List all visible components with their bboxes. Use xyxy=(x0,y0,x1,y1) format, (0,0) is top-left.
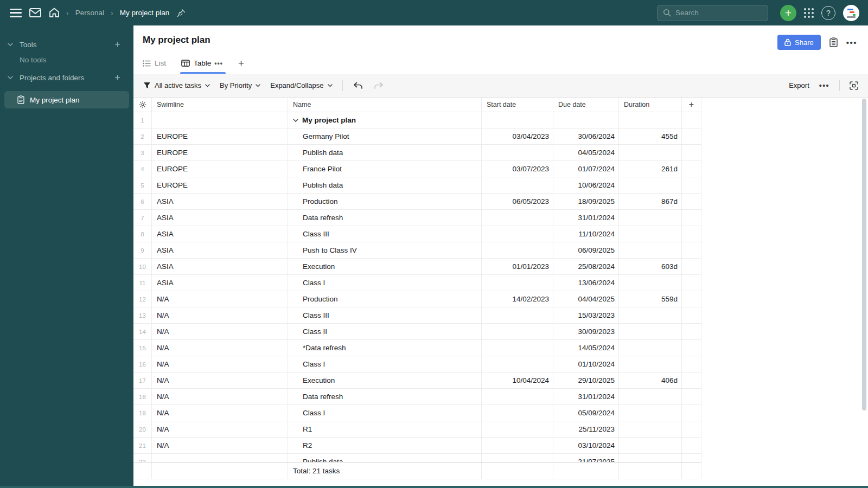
column-settings-gear-icon[interactable] xyxy=(133,98,152,112)
cell-start-date[interactable] xyxy=(482,324,553,339)
cell-start-date[interactable] xyxy=(482,145,553,160)
table-row[interactable]: 22 Publish data 21/07/2025 xyxy=(133,454,701,462)
cell-due-date[interactable]: 29/10/2025 xyxy=(553,373,619,388)
cell-duration[interactable]: 406d xyxy=(619,373,682,388)
cell-name[interactable]: Data refresh xyxy=(288,210,482,226)
cell-duration[interactable] xyxy=(619,454,682,462)
cell-start-date[interactable] xyxy=(482,405,553,421)
table-row[interactable]: 18 N/A Data refresh 31/01/2024 xyxy=(133,389,701,405)
cell-duration[interactable]: 867d xyxy=(619,194,682,209)
cell-name[interactable]: Germany Pilot xyxy=(288,129,482,144)
cell-swimline[interactable]: N/A xyxy=(152,340,288,356)
cell-name[interactable]: Class I xyxy=(288,356,482,372)
cell-start-date[interactable] xyxy=(482,307,553,323)
cell-duration[interactable] xyxy=(619,438,682,453)
cell-due-date[interactable]: 10/06/2024 xyxy=(553,177,619,193)
cell-name[interactable]: Class I xyxy=(288,405,482,421)
table-row[interactable]: 13 N/A Class III 15/03/2023 xyxy=(133,307,701,324)
more-options-icon[interactable]: ••• xyxy=(846,38,857,47)
redo-icon[interactable] xyxy=(373,81,384,90)
cell-duration[interactable] xyxy=(619,112,682,128)
cell-swimline[interactable]: N/A xyxy=(152,356,288,372)
hamburger-menu-icon[interactable] xyxy=(10,9,22,17)
cell-start-date[interactable]: 03/04/2023 xyxy=(482,129,553,144)
tab-options-icon[interactable]: ••• xyxy=(214,60,223,67)
chevron-down-icon[interactable] xyxy=(293,119,298,122)
table-row[interactable]: 8 ASIA Class III 11/10/2024 xyxy=(133,226,701,242)
cell-duration[interactable]: 455d xyxy=(619,129,682,144)
cell-duration[interactable] xyxy=(619,145,682,160)
cell-duration[interactable] xyxy=(619,389,682,404)
table-row[interactable]: 3 EUROPE Publish data 04/05/2024 xyxy=(133,145,701,161)
cell-swimline[interactable]: ASIA xyxy=(152,275,288,291)
cell-start-date[interactable] xyxy=(482,438,553,453)
sidebar-section-projects[interactable]: Projects and folders + xyxy=(0,69,133,86)
cell-due-date[interactable]: 01/10/2024 xyxy=(553,356,619,372)
fullscreen-icon[interactable] xyxy=(850,81,858,90)
cell-due-date[interactable]: 13/06/2024 xyxy=(553,275,619,291)
tab-list[interactable]: List xyxy=(143,59,166,74)
cell-name[interactable]: Execution xyxy=(288,259,482,274)
table-row[interactable]: 21 N/A R2 03/10/2024 xyxy=(133,438,701,454)
cell-duration[interactable] xyxy=(619,405,682,421)
search-input[interactable] xyxy=(675,9,771,17)
column-header-duration[interactable]: Duration xyxy=(619,98,682,112)
cell-name[interactable]: Class I xyxy=(288,275,482,291)
cell-project-name[interactable]: My project plan xyxy=(288,112,482,128)
breadcrumb-personal[interactable]: Personal xyxy=(75,9,104,17)
cell-due-date[interactable]: 03/10/2024 xyxy=(553,438,619,453)
column-header-due-date[interactable]: Due date xyxy=(553,98,619,112)
table-row[interactable]: 14 N/A Class II 30/09/2023 xyxy=(133,324,701,340)
cell-swimline[interactable]: N/A xyxy=(152,438,288,453)
expand-collapse-dropdown[interactable]: Expand/Collapse xyxy=(270,81,332,89)
cell-swimline[interactable]: N/A xyxy=(152,405,288,421)
cell-name[interactable]: Class II xyxy=(288,324,482,339)
cell-due-date[interactable]: 04/04/2025 xyxy=(553,291,619,307)
cell-duration[interactable]: 603d xyxy=(619,259,682,274)
cell-due-date[interactable]: 25/08/2024 xyxy=(553,259,619,274)
cell-start-date[interactable]: 01/01/2023 xyxy=(482,259,553,274)
cell-name[interactable]: Publish data xyxy=(288,177,482,193)
add-tool-icon[interactable]: + xyxy=(114,38,120,50)
share-button[interactable]: Share xyxy=(777,35,821,50)
cell-duration[interactable] xyxy=(619,340,682,356)
cell-name[interactable]: Class III xyxy=(288,226,482,242)
table-row[interactable]: 5 EUROPE Publish data 10/06/2024 xyxy=(133,177,701,194)
breadcrumb-current[interactable]: My project plan xyxy=(120,9,170,17)
cell-swimline[interactable]: N/A xyxy=(152,291,288,307)
cell-name[interactable]: France Pilot xyxy=(288,161,482,177)
cell-due-date[interactable]: 06/09/2025 xyxy=(553,242,619,258)
cell-start-date[interactable] xyxy=(482,275,553,291)
vertical-scrollbar[interactable] xyxy=(862,99,866,410)
column-header-name[interactable]: Name xyxy=(288,98,482,112)
cell-due-date[interactable]: 11/10/2024 xyxy=(553,226,619,242)
cell-start-date[interactable] xyxy=(482,210,553,226)
cell-swimline[interactable]: N/A xyxy=(152,324,288,339)
cell-start-date[interactable] xyxy=(482,454,553,462)
table-row[interactable]: 20 N/A R1 25/11/2023 xyxy=(133,421,701,438)
sidebar-item-my-project-plan[interactable]: My project plan xyxy=(4,91,129,108)
cell-due-date[interactable]: 14/05/2024 xyxy=(553,340,619,356)
column-header-swimline[interactable]: Swimline xyxy=(152,98,288,112)
cell-swimline[interactable]: ASIA xyxy=(152,259,288,274)
filter-dropdown[interactable]: All active tasks xyxy=(143,81,210,89)
cell-duration[interactable] xyxy=(619,177,682,193)
cell-name[interactable]: Execution xyxy=(288,373,482,388)
sort-dropdown[interactable]: By Priority xyxy=(220,81,260,89)
table-row[interactable]: 17 N/A Execution 10/04/2024 29/10/2025 4… xyxy=(133,373,701,389)
cell-swimline[interactable]: EUROPE xyxy=(152,161,288,177)
home-icon[interactable] xyxy=(49,8,60,18)
cell-duration[interactable] xyxy=(619,421,682,437)
apps-grid-icon[interactable] xyxy=(804,8,814,18)
cell-duration[interactable]: 559d xyxy=(619,291,682,307)
cell-swimline[interactable]: EUROPE xyxy=(152,129,288,144)
cell-start-date[interactable]: 10/04/2024 xyxy=(482,373,553,388)
cell-due-date[interactable]: 05/09/2024 xyxy=(553,405,619,421)
cell-due-date[interactable]: 15/03/2023 xyxy=(553,307,619,323)
sidebar-section-tools[interactable]: Tools + xyxy=(0,36,133,53)
cell-swimline[interactable]: ASIA xyxy=(152,242,288,258)
cell-name[interactable]: Publish data xyxy=(288,145,482,160)
column-header-start-date[interactable]: Start date xyxy=(482,98,553,112)
table-row[interactable]: 4 EUROPE France Pilot 03/07/2023 01/07/2… xyxy=(133,161,701,177)
table-row[interactable]: 12 N/A Production 14/02/2023 04/04/2025 … xyxy=(133,291,701,307)
